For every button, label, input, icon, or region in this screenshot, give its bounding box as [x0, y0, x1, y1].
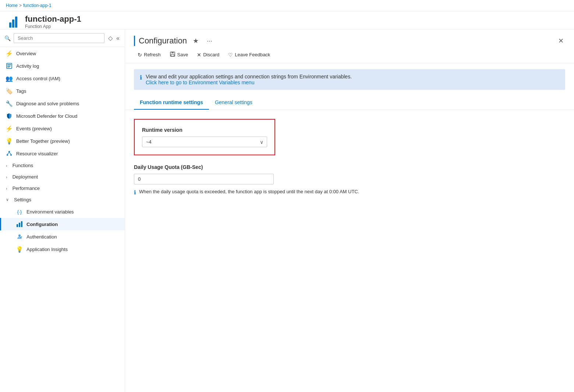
app-insights-icon: 💡: [16, 246, 23, 252]
events-icon: ⚡: [6, 125, 13, 132]
sidebar-navigation: ⚡ Overview Activity log 👥 Access control…: [0, 47, 125, 392]
breadcrumb-home[interactable]: Home: [6, 3, 18, 8]
sidebar-item-label: Deployment: [13, 174, 38, 180]
refresh-icon: ↻: [138, 52, 142, 58]
sidebar-item-label: Better Together (preview): [16, 138, 70, 144]
quota-info-text: When the daily usage quota is exceeded, …: [139, 189, 359, 194]
search-icon: 🔍: [4, 35, 11, 41]
env-icon: {·}: [16, 208, 23, 215]
discard-button[interactable]: ✕ Discard: [193, 50, 223, 60]
sidebar-item-label: Settings: [14, 197, 31, 202]
save-label: Save: [177, 52, 188, 57]
save-button[interactable]: Save: [166, 49, 192, 60]
svg-point-6: [10, 154, 12, 156]
sidebar-item-resource-visualizer[interactable]: Resource visualizer: [0, 147, 125, 160]
chevron-right-icon: ›: [6, 163, 7, 168]
sidebar-item-performance[interactable]: › Performance: [0, 183, 125, 194]
nodes-icon: [6, 150, 13, 157]
svg-rect-11: [171, 52, 174, 53]
sidebar-item-deployment[interactable]: › Deployment: [0, 171, 125, 183]
chevron-right-icon: ›: [6, 186, 7, 191]
main-content: Configuration ★ ··· ✕ ↻ Refresh: [125, 29, 574, 392]
more-options-button[interactable]: ···: [205, 36, 215, 46]
sidebar-item-diagnose[interactable]: 🔧 Diagnose and solve problems: [0, 97, 125, 110]
sidebar-item-better-together[interactable]: 💡 Better Together (preview): [0, 135, 125, 147]
daily-quota-label: Daily Usage Quota (GB-Sec): [134, 164, 565, 170]
runtime-version-select[interactable]: ~4 ~3 ~2 ~1: [142, 137, 267, 147]
discard-icon: ✕: [197, 52, 201, 58]
app-icon: [6, 14, 21, 29]
sidebar-item-label: Events (preview): [16, 126, 52, 131]
sidebar-item-label: Resource visualizer: [16, 151, 58, 156]
info-link[interactable]: Click here to go to Environment Variable…: [146, 80, 254, 85]
person-shield-icon: [16, 233, 23, 240]
lightbulb-icon: 💡: [6, 138, 13, 144]
breadcrumb-app[interactable]: function-app-1: [23, 3, 52, 8]
sidebar-item-tags[interactable]: 🏷️ Tags: [0, 85, 125, 97]
discard-label: Discard: [203, 52, 219, 57]
svg-rect-3: [7, 67, 10, 68]
sidebar-item-label: Diagnose and solve problems: [16, 101, 79, 106]
breadcrumb: Home > function-app-1: [6, 3, 52, 8]
chevron-right-icon: ›: [6, 175, 7, 179]
svg-point-9: [18, 234, 21, 237]
daily-quota-input[interactable]: [134, 174, 274, 184]
sidebar-item-defender[interactable]: Microsoft Defender for Cloud: [0, 110, 125, 122]
sidebar-item-access-control[interactable]: 👥 Access control (IAM): [0, 72, 125, 85]
app-type: Function App: [25, 24, 81, 29]
title-divider: [134, 36, 135, 46]
person-group-icon: 👥: [6, 75, 13, 82]
page-title: Configuration: [139, 36, 187, 46]
sidebar-item-label: Performance: [13, 186, 40, 191]
sidebar-item-label: Tags: [16, 88, 26, 94]
wrench-icon: 🔧: [6, 100, 13, 107]
refresh-button[interactable]: ↻ Refresh: [134, 50, 164, 60]
sidebar-item-activity-log[interactable]: Activity log: [0, 60, 125, 72]
sidebar-item-env-variables[interactable]: {·} Environment variables: [0, 205, 125, 218]
sidebar-item-label: Overview: [16, 51, 36, 56]
runtime-version-label: Runtime version: [142, 127, 267, 133]
svg-point-5: [7, 154, 8, 156]
content-area: Runtime version ~4 ~3 ~2 ~1 ∨ Daily Usag…: [125, 110, 574, 392]
sidebar-item-label: Access control (IAM): [16, 76, 60, 81]
shield-icon: [6, 113, 13, 119]
sidebar-item-label: Environment variables: [26, 209, 74, 215]
pin-icon[interactable]: ◇: [107, 34, 113, 42]
app-name: function-app-1: [25, 14, 81, 24]
leave-feedback-button[interactable]: ♡ Leave Feedback: [224, 50, 274, 60]
toolbar: ↻ Refresh Save ✕ Discard ♡ Leav: [125, 46, 574, 63]
svg-point-4: [8, 151, 10, 152]
tag-icon: 🏷️: [6, 88, 13, 94]
sidebar-item-label: Activity log: [16, 63, 39, 69]
sidebar-item-functions[interactable]: › Functions: [0, 160, 125, 171]
bolt-icon: ⚡: [6, 50, 13, 57]
close-button[interactable]: ✕: [557, 35, 565, 46]
sidebar-item-label: Microsoft Defender for Cloud: [16, 113, 77, 119]
favorite-button[interactable]: ★: [191, 36, 201, 46]
sidebar-item-authentication[interactable]: Authentication: [0, 230, 125, 243]
sidebar-item-overview[interactable]: ⚡ Overview: [0, 47, 125, 60]
sidebar-item-app-insights[interactable]: 💡 Application Insights: [0, 243, 125, 255]
breadcrumb-separator: >: [19, 3, 22, 8]
sidebar-item-configuration[interactable]: Configuration: [0, 218, 125, 230]
info-icon: ℹ: [140, 74, 142, 81]
svg-rect-2: [7, 66, 10, 67]
daily-quota-section: Daily Usage Quota (GB-Sec) ℹ When the da…: [134, 164, 565, 196]
sidebar: 🔍 ◇ « ⚡ Overview: [0, 29, 125, 392]
sidebar-item-label: Functions: [13, 163, 33, 168]
activity-log-icon: [6, 63, 13, 69]
runtime-version-section: Runtime version ~4 ~3 ~2 ~1 ∨: [134, 119, 565, 155]
save-icon: [170, 51, 176, 58]
collapse-icon[interactable]: «: [116, 34, 120, 42]
svg-line-8: [9, 152, 11, 154]
tab-function-runtime[interactable]: Function runtime settings: [134, 96, 209, 110]
search-input[interactable]: [14, 33, 104, 43]
chevron-down-icon: ∨: [6, 197, 9, 202]
sidebar-item-events[interactable]: ⚡ Events (preview): [0, 122, 125, 135]
sidebar-item-settings[interactable]: ∨ Settings: [0, 194, 125, 205]
sidebar-item-label: Application Insights: [26, 247, 68, 252]
config-bars-icon: [16, 221, 23, 227]
sidebar-item-label: Authentication: [26, 234, 57, 240]
tab-general-settings[interactable]: General settings: [209, 96, 258, 110]
sidebar-item-label: Configuration: [26, 222, 58, 227]
